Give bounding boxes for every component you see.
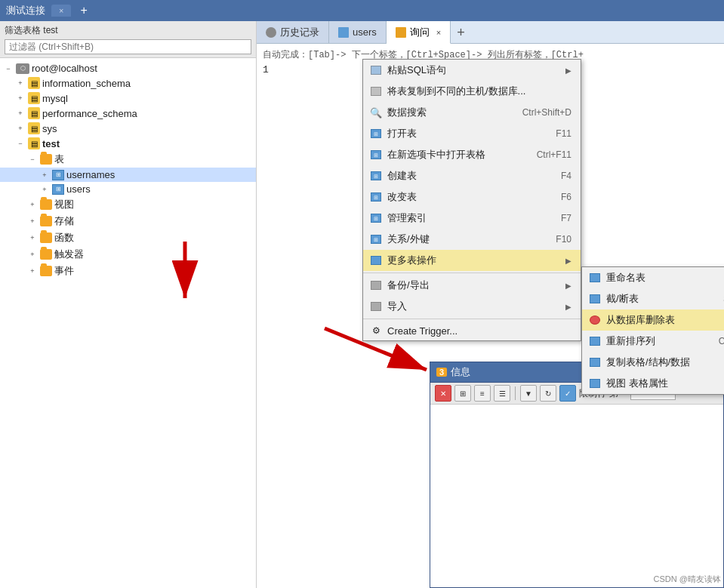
sub-menu-item-copy-struct[interactable]: 复制表格/结构/数据 bbox=[582, 352, 724, 373]
bottom-panel: 3 信息 ✕ ⊞ ≡ ☰ ▼ ↻ ✓ 限制行 第一 bbox=[430, 362, 724, 588]
menu-item-label: 在新选项卡中打开表格 bbox=[387, 148, 485, 162]
main-layout: 筛选表格 test −⬡root@localhost+▤information_… bbox=[0, 21, 724, 588]
submenu-arrow-icon: ▶ bbox=[565, 282, 571, 290]
menu-item-copy-table[interactable]: 将表复制到不同的主机/数据库... bbox=[363, 81, 581, 102]
tree-label: 函数 bbox=[54, 231, 74, 245]
database-icon: ▤ bbox=[28, 122, 40, 134]
menu-item-paste-sql[interactable]: 粘贴SQL语句▶ bbox=[363, 60, 581, 81]
menu-shortcut: Ctrl+Shift+D bbox=[507, 107, 571, 118]
menu-item-backup[interactable]: 备份/导出▶ bbox=[363, 275, 581, 296]
query-icon bbox=[396, 27, 406, 38]
expand-icon[interactable]: + bbox=[27, 266, 38, 276]
sub-menu-item-reorder[interactable]: 重新排序列Ctrl+Alt+R bbox=[582, 331, 724, 352]
tree-item-performance_schema[interactable]: +▤performance_schema bbox=[0, 106, 256, 121]
tab-close-btn[interactable]: × bbox=[59, 6, 63, 15]
menu-item-more-ops[interactable]: 更多表操作▶ bbox=[363, 250, 581, 271]
list-btn[interactable]: ≡ bbox=[474, 385, 491, 402]
sub-menu-item-label: 视图 表格属性 bbox=[606, 377, 668, 390]
menu-item-import[interactable]: 导入▶ bbox=[363, 296, 581, 317]
reorder-sub-icon bbox=[588, 335, 602, 347]
expand-icon[interactable]: + bbox=[15, 93, 26, 103]
detail-btn[interactable]: ☰ bbox=[494, 385, 510, 402]
sub-menu-item-truncate[interactable]: 截/断表Shift+Del bbox=[582, 288, 724, 309]
menu-shortcut: F4 bbox=[546, 171, 571, 181]
tab-users[interactable]: users bbox=[329, 21, 387, 43]
tree-item-usernames[interactable]: +⊞usernames bbox=[0, 168, 256, 182]
expand-icon[interactable]: + bbox=[15, 123, 26, 134]
checkbox-btn[interactable]: ✓ bbox=[559, 385, 576, 402]
menu-item-label: 打开表 bbox=[387, 127, 417, 140]
menu-item-manage-index[interactable]: ⊞管理索引F7 bbox=[363, 208, 581, 229]
menu-item-alter-table[interactable]: ⊞改变表F6 bbox=[363, 186, 581, 208]
relation-icon: ⊞ bbox=[369, 233, 383, 245]
tree-item-触发器[interactable]: +触发器 bbox=[0, 246, 256, 263]
expand-icon[interactable]: + bbox=[15, 108, 26, 119]
tree-item-sys[interactable]: +▤sys bbox=[0, 121, 256, 136]
filter-input[interactable] bbox=[5, 39, 251, 54]
tree-label: 事件 bbox=[54, 264, 74, 278]
tab-query[interactable]: 询问× bbox=[387, 21, 451, 44]
menu-item-search-data[interactable]: 🔍数据搜索Ctrl+Shift+D bbox=[363, 102, 581, 123]
tree-item-视图[interactable]: +视图 bbox=[0, 196, 256, 213]
filter-label: 筛选表格 test bbox=[5, 24, 251, 37]
table-icon: ⊞ bbox=[369, 149, 383, 161]
menu-item-label: 更多表操作 bbox=[387, 254, 436, 267]
tree-item-函数[interactable]: +函数 bbox=[0, 229, 256, 246]
filter-bar: 筛选表格 test bbox=[0, 21, 256, 58]
tree-label: mysql bbox=[42, 93, 68, 104]
tree-label: 存储 bbox=[54, 214, 74, 228]
drop-sub-icon bbox=[588, 314, 602, 326]
expand-icon[interactable]: − bbox=[27, 154, 38, 165]
expand-icon[interactable]: − bbox=[15, 138, 26, 149]
expand-icon[interactable]: + bbox=[39, 170, 50, 180]
tab-close-btn[interactable]: × bbox=[436, 28, 441, 37]
sub-menu-item-properties[interactable]: 视图 表格属性 bbox=[582, 373, 724, 394]
table-icon: ⊞ bbox=[52, 184, 64, 195]
backup-icon bbox=[369, 279, 383, 291]
menu-item-create-table[interactable]: ⊞创建表F4 bbox=[363, 165, 581, 186]
expand-icon[interactable]: + bbox=[27, 216, 38, 226]
tree-item-root@localhost[interactable]: −⬡root@localhost bbox=[0, 61, 256, 75]
sub-menu-item-drop[interactable]: 从数据库删除表Del bbox=[582, 309, 724, 331]
add-window-btn[interactable]: + bbox=[77, 4, 90, 17]
import-icon bbox=[369, 300, 383, 312]
sub-menu-item-rename[interactable]: 重命名表 bbox=[582, 267, 724, 288]
menu-divider bbox=[363, 272, 581, 273]
tree-item-users[interactable]: +⊞users bbox=[0, 182, 256, 196]
menu-item-trigger[interactable]: ⚙Create Trigger... bbox=[363, 321, 581, 340]
truncate-sub-icon bbox=[588, 293, 602, 305]
tree-item-information_schema[interactable]: +▤information_schema bbox=[0, 75, 256, 91]
expand-icon[interactable]: + bbox=[15, 78, 26, 88]
menu-shortcut: F7 bbox=[546, 213, 571, 223]
add-tab-btn[interactable]: + bbox=[451, 21, 471, 43]
delete-btn[interactable]: ✕ bbox=[435, 385, 451, 402]
tab-history[interactable]: 历史记录 bbox=[257, 21, 329, 43]
table-tab-icon bbox=[338, 27, 349, 38]
tree-item-事件[interactable]: +事件 bbox=[0, 263, 256, 279]
sub-menu-shortcut: Ctrl+Alt+R bbox=[704, 336, 724, 346]
index-icon: ⊞ bbox=[369, 212, 383, 224]
expand-icon[interactable]: − bbox=[3, 63, 14, 74]
tree-item-存储[interactable]: +存储 bbox=[0, 213, 256, 229]
expand-icon[interactable]: + bbox=[27, 199, 38, 210]
folder-icon bbox=[40, 249, 52, 260]
expand-icon[interactable]: + bbox=[27, 249, 38, 260]
title-tab[interactable]: × bbox=[51, 5, 71, 17]
tree-item-mysql[interactable]: +▤mysql bbox=[0, 91, 256, 106]
refresh-btn[interactable]: ↻ bbox=[540, 385, 556, 402]
database-icon: ▤ bbox=[28, 107, 40, 119]
filter-btn[interactable]: ▼ bbox=[520, 385, 537, 402]
expand-icon[interactable]: + bbox=[39, 184, 50, 195]
grid-btn[interactable]: ⊞ bbox=[454, 385, 471, 402]
menu-divider bbox=[363, 319, 581, 319]
title-bar: 测试连接 × + bbox=[0, 0, 724, 21]
tree-item-表[interactable]: −表 bbox=[0, 151, 256, 168]
menu-item-open-tab[interactable]: ⊞在新选项卡中打开表格Ctrl+F11 bbox=[363, 144, 581, 165]
menu-item-label: 备份/导出 bbox=[387, 279, 430, 292]
menu-item-open-table[interactable]: ⊞打开表F11 bbox=[363, 123, 581, 144]
menu-item-relations[interactable]: ⊞关系/外键F10 bbox=[363, 229, 581, 250]
menu-item-label: 数据搜索 bbox=[387, 106, 427, 119]
sub-menu-item-label: 从数据库删除表 bbox=[606, 313, 675, 327]
expand-icon[interactable]: + bbox=[27, 232, 38, 243]
tree-item-test[interactable]: −▤test bbox=[0, 136, 256, 151]
